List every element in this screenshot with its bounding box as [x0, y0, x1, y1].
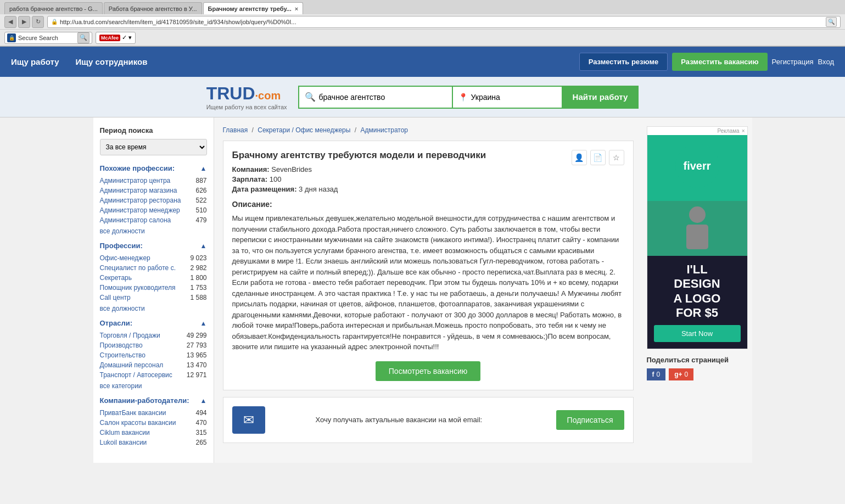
register-button[interactable]: Регистрация: [772, 53, 814, 71]
search-input[interactable]: [319, 93, 446, 102]
prof-admin-salon[interactable]: Администратор салона: [100, 216, 171, 224]
count: 1 753: [190, 284, 206, 292]
breadcrumb-secretaries[interactable]: Секретари / Офис менеджеры: [258, 126, 350, 134]
prof-admin-manager[interactable]: Администратор менеджер: [100, 206, 180, 214]
refresh-button[interactable]: ↻: [32, 16, 44, 28]
prof-admin-store[interactable]: Администратор магазина: [100, 187, 177, 194]
employer-ciklum[interactable]: Ciklum вакансии: [100, 429, 150, 436]
list-item: Администратор магазина 626: [100, 186, 207, 195]
browser-chrome: работа брачное агентство - G... Работа б…: [0, 0, 845, 47]
count: 13 965: [187, 351, 207, 359]
logo-area: TRUD·com Ищем работу на всех сайтах: [206, 83, 287, 110]
count: 49 299: [187, 332, 207, 339]
description-title: Описание:: [232, 200, 624, 209]
address-bar[interactable]: 🔒 http://ua.trud.com/search/item/item_id…: [47, 16, 841, 28]
mcafee-dropdown-icon: ▾: [128, 34, 132, 41]
breadcrumb-admin[interactable]: Администратор: [360, 126, 408, 134]
login-button[interactable]: Вход: [818, 53, 834, 71]
prof-secretary[interactable]: Секретарь: [100, 274, 132, 282]
salary-value: 100: [270, 175, 282, 183]
prof-call-center[interactable]: Call центр: [100, 294, 131, 301]
close-icon[interactable]: ×: [295, 5, 298, 12]
print-action-icon[interactable]: 📄: [590, 150, 606, 165]
share-section: Поделиться страницей f 0 g+ 0: [647, 356, 748, 380]
secure-search-button[interactable]: 🔍: [77, 32, 89, 43]
magnifier-icon: 🔍: [305, 92, 316, 102]
industry-trade[interactable]: Торговля / Продажи: [100, 332, 160, 339]
similar-professions-title: Похожие профессии:: [100, 164, 175, 172]
period-title: Период поиска: [100, 126, 207, 135]
bookmark-action-icon[interactable]: ☆: [609, 150, 624, 165]
count: 494: [195, 409, 206, 417]
search-bar-section: TRUD·com Ищем работу на всех сайтах 🔍 📍 …: [0, 77, 845, 117]
period-select[interactable]: За все время: [100, 139, 207, 155]
industry-production[interactable]: Производство: [100, 341, 143, 349]
prof-assistant[interactable]: Помощник руководителя: [100, 284, 176, 292]
industries-header: Отрасли: ▲: [100, 319, 207, 327]
see-all-industries[interactable]: все категории: [100, 382, 207, 390]
collapse-arrow-icon[interactable]: ▲: [200, 242, 207, 250]
nav-employer[interactable]: Ищу сотрудников: [76, 57, 148, 66]
employer-privatbank[interactable]: ПриватБанк вакансии: [100, 409, 166, 417]
company-label: Компания:: [232, 165, 270, 173]
list-item: Торговля / Продажи 49 299: [100, 331, 207, 340]
professions-title: Профессии:: [100, 242, 143, 250]
collapse-arrow-icon[interactable]: ▲: [200, 320, 207, 327]
ad-close-icon[interactable]: ×: [742, 128, 745, 134]
see-all-professions[interactable]: все должности: [100, 305, 207, 312]
tabs-bar: работа брачное агентство - G... Работа б…: [0, 0, 845, 14]
site-header: Ищу работу Ищу сотрудников Разместить ре…: [0, 47, 845, 77]
subscribe-button[interactable]: Подписаться: [556, 410, 624, 430]
share-action-icon[interactable]: 👤: [572, 150, 587, 165]
prof-office-manager[interactable]: Офис-менеджер: [100, 254, 150, 262]
employer-lukoil[interactable]: Lukoil вакансии: [100, 439, 147, 446]
employer-salon[interactable]: Салон красоты вакансии: [100, 419, 176, 427]
industry-transport[interactable]: Транспорт / Автосервис: [100, 371, 172, 379]
logo-subtitle: Ищем работу на всех сайтах: [206, 104, 287, 110]
collapse-arrow-icon[interactable]: ▲: [200, 397, 207, 405]
company-value: SevenBrides: [271, 165, 312, 173]
post-vacancy-button[interactable]: Разместить вакансию: [672, 53, 767, 71]
forward-button[interactable]: ▶: [18, 16, 30, 28]
breadcrumb: Главная / Секретари / Офис менеджеры / А…: [223, 126, 634, 134]
collapse-arrow-icon[interactable]: ▲: [200, 165, 207, 172]
ad-start-button[interactable]: Start Now: [654, 325, 741, 342]
fb-count: 0: [657, 371, 661, 378]
secure-icon: 🔒: [7, 33, 16, 42]
browser-titlebar: ◀ ▶ ↻ 🔒 http://ua.trud.com/search/item/i…: [0, 14, 845, 30]
svg-rect-1: [686, 225, 708, 249]
search-button[interactable]: Найти работу: [562, 86, 639, 109]
fiverr-logo-circle: fiverr: [675, 144, 719, 188]
job-title-row: Брачному агентству требуются модели и пе…: [232, 150, 624, 165]
breadcrumb-home[interactable]: Главная: [223, 126, 248, 134]
see-all-similar[interactable]: все должности: [100, 227, 207, 235]
ad-controls: Реклама ×: [647, 127, 747, 135]
industry-construction[interactable]: Строительство: [100, 351, 146, 359]
post-resume-button[interactable]: Разместить резюме: [579, 53, 668, 71]
view-vacancy-button[interactable]: Посмотреть вакансию: [376, 361, 480, 381]
gplus-share-button[interactable]: g+ 0: [669, 368, 693, 380]
count: 1 800: [190, 274, 206, 282]
date-row: Дата размещения: 3 дня назад: [232, 185, 624, 193]
prof-admin-restaurant[interactable]: Администратор ресторана: [100, 197, 181, 204]
count: 315: [195, 429, 206, 436]
share-buttons: f 0 g+ 0: [647, 368, 748, 380]
ad-tagline: I'LL DESIGN A LOGO FOR $5: [654, 262, 741, 321]
similar-professions-header: Похожие профессии: ▲: [100, 164, 207, 172]
tab-0[interactable]: работа брачное агентство - G...: [4, 2, 103, 14]
share-title: Поделиться страницей: [647, 356, 748, 364]
job-card: Брачному агентству требуются модели и пе…: [223, 141, 634, 390]
location-input[interactable]: [471, 93, 556, 102]
nav-job-seeker[interactable]: Ищу работу: [11, 57, 59, 66]
go-button[interactable]: 🔍: [826, 17, 837, 27]
prof-specialist[interactable]: Специалист по работе с.: [100, 264, 176, 272]
prof-admin-center[interactable]: Администратор центра: [100, 177, 171, 184]
tab-2[interactable]: Брачному агентству требу... ×: [203, 2, 304, 14]
mcafee-button[interactable]: McAfee ✓ ▾: [96, 32, 136, 44]
secure-search-container: 🔒 Secure Search 🔍: [4, 32, 92, 44]
back-button[interactable]: ◀: [4, 16, 16, 28]
salary-label: Зарплата:: [232, 175, 268, 183]
facebook-share-button[interactable]: f 0: [647, 368, 666, 380]
industry-domestic[interactable]: Домашний персонал: [100, 361, 164, 369]
tab-1[interactable]: Работа брачное агентство в У...: [104, 2, 202, 14]
